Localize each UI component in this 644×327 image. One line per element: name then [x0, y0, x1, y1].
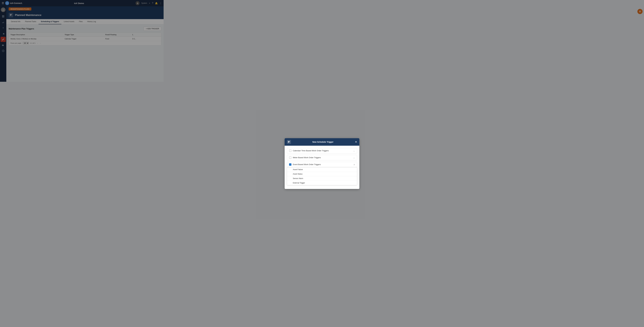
modal-overlay[interactable]: New Schedule Trigger ✕ Calendar/ Time Ba…: [0, 0, 164, 82]
